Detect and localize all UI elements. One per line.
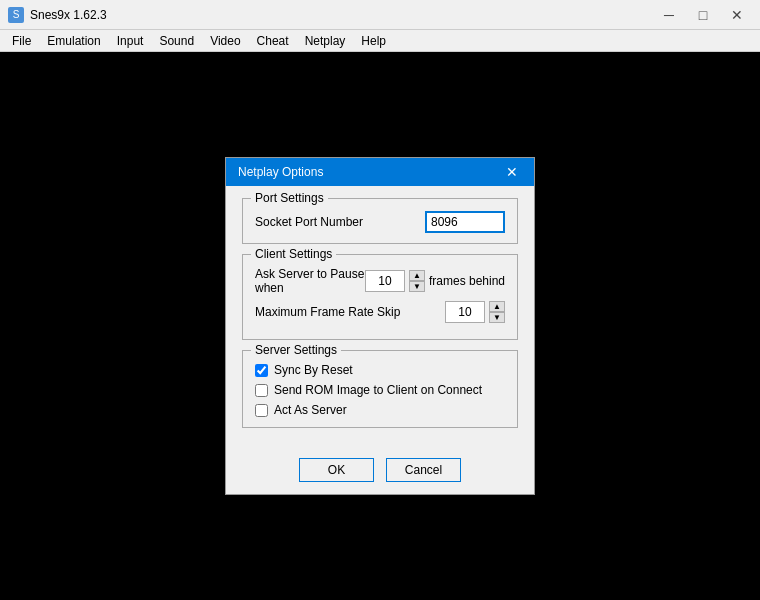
minimize-button[interactable]: ─ <box>654 5 684 25</box>
menu-item-input[interactable]: Input <box>109 30 152 51</box>
max-frame-label: Maximum Frame Rate Skip <box>255 305 445 319</box>
menu-item-sound[interactable]: Sound <box>151 30 202 51</box>
send-rom-checkbox[interactable] <box>255 384 268 397</box>
sync-reset-checkbox[interactable] <box>255 364 268 377</box>
port-settings-row: Socket Port Number <box>255 211 505 233</box>
act-as-server-row: Act As Server <box>255 403 505 417</box>
menu-item-netplay[interactable]: Netplay <box>297 30 354 51</box>
ask-server-row: Ask Server to Pause when ▲ ▼ frames behi… <box>255 267 505 295</box>
socket-port-label: Socket Port Number <box>255 215 363 229</box>
menu-item-emulation[interactable]: Emulation <box>39 30 108 51</box>
max-frame-up-button[interactable]: ▲ <box>489 301 505 312</box>
server-settings-label: Server Settings <box>251 343 341 357</box>
dialog-title-text: Netplay Options <box>238 165 323 179</box>
title-bar: S Snes9x 1.62.3 ─ □ ✕ <box>0 0 760 30</box>
port-settings-label: Port Settings <box>251 191 328 205</box>
ask-server-spinner-buttons: ▲ ▼ <box>409 270 425 292</box>
window-title: Snes9x 1.62.3 <box>30 8 654 22</box>
dialog-close-button[interactable]: ✕ <box>502 164 522 180</box>
port-settings-group: Port Settings Socket Port Number <box>242 198 518 244</box>
maximize-button[interactable]: □ <box>688 5 718 25</box>
cancel-button[interactable]: Cancel <box>386 458 461 482</box>
netplay-options-dialog: Netplay Options ✕ Port Settings Socket P… <box>225 157 535 495</box>
client-settings-label: Client Settings <box>251 247 336 261</box>
sync-reset-label: Sync By Reset <box>274 363 353 377</box>
close-button[interactable]: ✕ <box>722 5 752 25</box>
dialog-footer: OK Cancel <box>226 450 534 494</box>
max-frame-down-button[interactable]: ▼ <box>489 312 505 323</box>
max-frame-input[interactable] <box>445 301 485 323</box>
dialog-overlay: Netplay Options ✕ Port Settings Socket P… <box>0 52 760 600</box>
act-as-server-label: Act As Server <box>274 403 347 417</box>
app-icon: S <box>8 7 24 23</box>
menu-item-file[interactable]: File <box>4 30 39 51</box>
menu-item-help[interactable]: Help <box>353 30 394 51</box>
act-as-server-checkbox[interactable] <box>255 404 268 417</box>
max-frame-spinner: ▲ ▼ <box>445 301 505 323</box>
server-settings-group: Server Settings Sync By Reset Send ROM I… <box>242 350 518 428</box>
app-icon-letter: S <box>13 9 20 20</box>
client-settings-group: Client Settings Ask Server to Pause when… <box>242 254 518 340</box>
dialog-title-bar: Netplay Options ✕ <box>226 158 534 186</box>
ask-server-label: Ask Server to Pause when <box>255 267 365 295</box>
send-rom-label: Send ROM Image to Client on Connect <box>274 383 482 397</box>
ok-button[interactable]: OK <box>299 458 374 482</box>
ask-server-input[interactable] <box>365 270 405 292</box>
menu-item-video[interactable]: Video <box>202 30 248 51</box>
ask-server-up-button[interactable]: ▲ <box>409 270 425 281</box>
title-bar-controls: ─ □ ✕ <box>654 5 752 25</box>
max-frame-spinner-buttons: ▲ ▼ <box>489 301 505 323</box>
ask-server-down-button[interactable]: ▼ <box>409 281 425 292</box>
frames-behind-label: frames behind <box>429 274 505 288</box>
dialog-body: Port Settings Socket Port Number Client … <box>226 186 534 450</box>
socket-port-input[interactable] <box>425 211 505 233</box>
max-frame-row: Maximum Frame Rate Skip ▲ ▼ <box>255 301 505 323</box>
menu-item-cheat[interactable]: Cheat <box>249 30 297 51</box>
sync-reset-row: Sync By Reset <box>255 363 505 377</box>
ask-server-spinner: ▲ ▼ <box>365 270 425 292</box>
menu-bar: File Emulation Input Sound Video Cheat N… <box>0 30 760 52</box>
main-content: Netplay Options ✕ Port Settings Socket P… <box>0 52 760 600</box>
send-rom-row: Send ROM Image to Client on Connect <box>255 383 505 397</box>
